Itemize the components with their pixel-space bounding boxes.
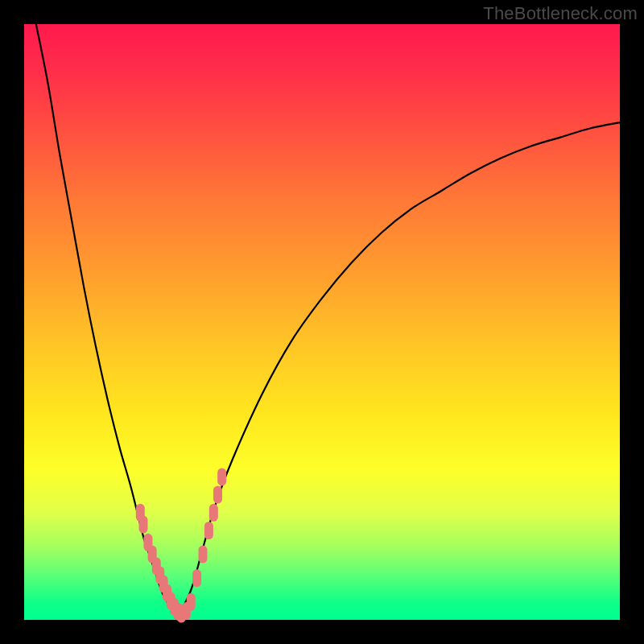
chart-stage: TheBottleneck.com <box>0 0 644 644</box>
curve-right-branch <box>179 122 620 614</box>
curves-svg <box>24 24 620 620</box>
curve-left-branch <box>36 24 180 614</box>
data-marker <box>187 593 196 611</box>
data-marker <box>213 486 222 504</box>
data-marker <box>217 468 226 485</box>
data-marker <box>139 516 148 534</box>
markers-group <box>136 468 226 622</box>
data-marker <box>204 522 213 539</box>
watermark-text: TheBottleneck.com <box>483 3 638 24</box>
plot-area <box>24 24 620 620</box>
data-marker <box>192 569 201 587</box>
data-marker <box>199 546 208 564</box>
data-marker <box>209 504 218 522</box>
